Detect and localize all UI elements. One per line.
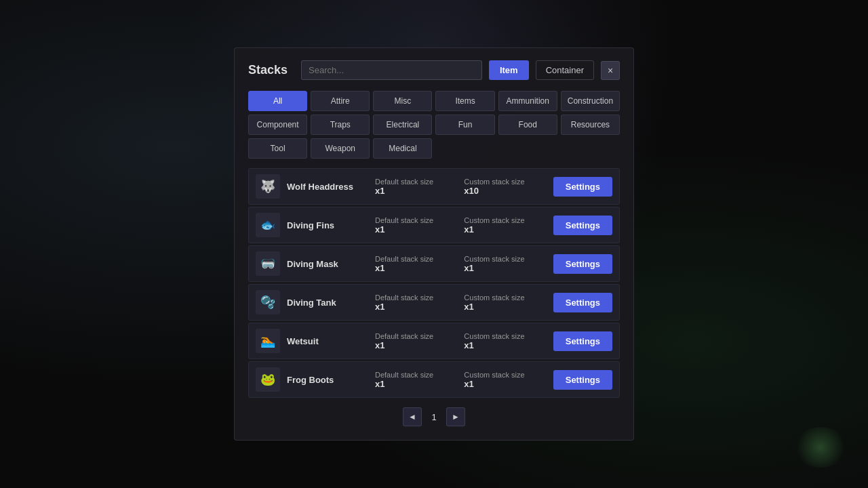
item-row: 🐸 Frog Boots Default stack size x1 Custo… (248, 361, 620, 398)
item-name-1: Diving Fins (287, 220, 368, 230)
filter-component[interactable]: Component (248, 115, 307, 135)
container-button[interactable]: Container (536, 60, 594, 80)
filter-food[interactable]: Food (498, 115, 557, 135)
item-icon-3: 🫧 (256, 290, 280, 314)
filter-traps[interactable]: Traps (311, 115, 370, 135)
filter-medical[interactable]: Medical (373, 138, 432, 159)
custom-stack-5: Custom stack size x1 (464, 371, 546, 389)
default-stack-0: Default stack size x1 (375, 178, 457, 196)
settings-button-2[interactable]: Settings (553, 254, 612, 274)
item-button[interactable]: Item (489, 60, 529, 80)
item-row: 🐟 Diving Fins Default stack size x1 Cust… (248, 207, 620, 243)
default-stack-1: Default stack size x1 (375, 216, 457, 235)
item-name-3: Diving Tank (287, 298, 368, 308)
filter-items[interactable]: Items (435, 91, 494, 111)
default-stack-3: Default stack size x1 (375, 293, 457, 312)
settings-button-5[interactable]: Settings (553, 370, 612, 390)
panel-title: Stacks (248, 63, 288, 77)
default-stack-5: Default stack size x1 (375, 371, 457, 389)
item-icon-5: 🐸 (256, 367, 280, 392)
items-list: 🐺 Wolf Headdress Default stack size x1 C… (248, 168, 620, 398)
item-row: 🥽 Diving Mask Default stack size x1 Cust… (248, 245, 620, 282)
panel-header: Stacks Item Container × (248, 60, 620, 80)
item-icon-1: 🐟 (256, 213, 280, 237)
close-button[interactable]: × (601, 61, 620, 80)
item-icon-4: 🏊 (256, 329, 280, 353)
item-icon-0: 🐺 (256, 174, 280, 199)
item-name-0: Wolf Headdress (287, 182, 368, 192)
item-row: 🐺 Wolf Headdress Default stack size x1 C… (248, 168, 620, 205)
prev-page-button[interactable]: ◄ (403, 407, 422, 426)
search-input[interactable] (301, 60, 482, 80)
filter-all[interactable]: All (248, 91, 307, 111)
item-name-5: Frog Boots (287, 375, 368, 385)
item-row: 🫧 Diving Tank Default stack size x1 Cust… (248, 284, 620, 321)
filter-weapon[interactable]: Weapon (311, 138, 370, 159)
settings-button-0[interactable]: Settings (553, 177, 612, 197)
filter-resources[interactable]: Resources (561, 115, 620, 135)
filter-construction[interactable]: Construction (561, 91, 620, 111)
custom-stack-1: Custom stack size x1 (464, 216, 546, 235)
stacks-panel: Stacks Item Container × AllAttireMiscIte… (234, 47, 634, 441)
item-row: 🏊 Wetsuit Default stack size x1 Custom s… (248, 323, 620, 359)
default-stack-2: Default stack size x1 (375, 255, 457, 273)
filter-attire[interactable]: Attire (311, 91, 370, 111)
filter-bar: AllAttireMiscItemsAmmunitionConstruction… (248, 91, 620, 159)
filter-fun[interactable]: Fun (435, 115, 494, 135)
next-page-button[interactable]: ► (446, 407, 465, 426)
custom-stack-0: Custom stack size x10 (464, 178, 546, 196)
custom-stack-3: Custom stack size x1 (464, 293, 546, 312)
corner-decoration (793, 427, 848, 468)
filter-tool[interactable]: Tool (248, 138, 307, 159)
item-icon-2: 🥽 (256, 251, 280, 276)
settings-button-3[interactable]: Settings (553, 293, 612, 312)
filter-electrical[interactable]: Electrical (373, 115, 432, 135)
settings-button-1[interactable]: Settings (553, 216, 612, 235)
default-stack-4: Default stack size x1 (375, 332, 457, 350)
item-name-4: Wetsuit (287, 336, 368, 346)
settings-button-4[interactable]: Settings (553, 331, 612, 351)
custom-stack-2: Custom stack size x1 (464, 255, 546, 273)
filter-ammunition[interactable]: Ammunition (498, 91, 557, 111)
filter-misc[interactable]: Misc (373, 91, 432, 111)
current-page: 1 (427, 412, 441, 422)
pagination: ◄ 1 ► (248, 407, 620, 426)
item-name-2: Diving Mask (287, 259, 368, 269)
custom-stack-4: Custom stack size x1 (464, 332, 546, 350)
